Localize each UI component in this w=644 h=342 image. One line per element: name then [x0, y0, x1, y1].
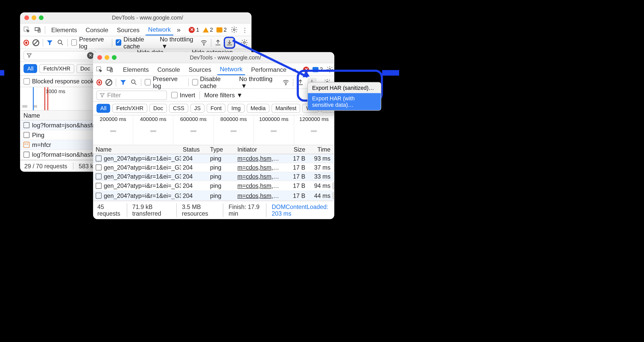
export-har-sensitive[interactable]: Export HAR (with sensitive data)… [308, 93, 381, 110]
chip-fetch-xhr[interactable]: Fetch/XHR [112, 104, 147, 113]
chip-all[interactable]: All [23, 64, 37, 73]
traffic-lights [97, 55, 117, 60]
table-row[interactable]: gen_204?atyp=i&r=1&ei=_G31Zo...204pingm=… [93, 181, 334, 191]
wifi-icon[interactable] [282, 78, 289, 86]
titlebar: DevTools - www.google.com/ [20, 12, 252, 23]
traffic-lights [24, 15, 44, 20]
message-icon [216, 27, 222, 32]
col-name[interactable]: Name [96, 146, 181, 153]
filter-icon[interactable] [120, 78, 127, 86]
error-badge[interactable]: ✕1 [189, 27, 199, 33]
tab-network[interactable]: Network [146, 24, 173, 35]
chip-doc[interactable]: Doc [149, 104, 167, 113]
message-badge[interactable]: 2 [216, 27, 227, 33]
chip-fetch-xhr[interactable]: Fetch/XHR [39, 64, 74, 73]
request-count: 45 requests [97, 203, 121, 217]
throttling-select[interactable]: No throttling ▼ [239, 75, 279, 89]
minimize-icon[interactable] [105, 55, 109, 60]
minimize-icon[interactable] [32, 15, 36, 20]
col-size[interactable]: Size [282, 146, 305, 153]
titlebar: DevTools - www.google.com/ [93, 52, 334, 63]
window-title: DevTools - www.google.com/ [48, 14, 247, 21]
timeline-overview[interactable]: 200000 ms 400000 ms 600000 ms 800000 ms … [93, 115, 334, 145]
domcontentloaded-time: DOMContentLoaded: 203 ms [266, 203, 330, 217]
blocked-cookies-checkbox[interactable]: Blocked response cookies [23, 78, 101, 85]
chip-css[interactable]: CSS [169, 104, 188, 113]
col-status[interactable]: Status [183, 146, 208, 153]
record-icon[interactable] [96, 79, 102, 85]
warning-icon [203, 27, 209, 32]
filter-input[interactable]: ✕ [23, 51, 96, 60]
close-icon[interactable] [24, 15, 29, 20]
col-time[interactable]: Time [307, 146, 330, 153]
disable-cache-checkbox[interactable]: Disable cache [192, 75, 236, 89]
preserve-log-checkbox[interactable]: Preserve log [71, 36, 109, 49]
tab-console[interactable]: Console [83, 24, 111, 35]
chip-img[interactable]: Img [228, 104, 245, 113]
preserve-log-checkbox[interactable]: Preserve log [145, 75, 185, 89]
inspect-icon[interactable] [96, 66, 103, 73]
status-bar: 45 requests 71.9 kB transferred 3.5 MB r… [93, 201, 334, 219]
zoom-icon[interactable] [39, 15, 43, 20]
svg-point-12 [285, 84, 286, 85]
tab-sources[interactable]: Sources [114, 24, 142, 35]
col-initiator[interactable]: Initiator [237, 146, 280, 153]
svg-point-11 [131, 80, 135, 83]
chip-font[interactable]: Font [207, 104, 226, 113]
kebab-icon[interactable]: ⋮ [241, 26, 249, 33]
request-count: 29 / 70 requests [24, 163, 67, 170]
search-icon[interactable] [130, 78, 138, 86]
upload-icon[interactable] [214, 39, 222, 46]
close-icon[interactable] [97, 55, 102, 60]
invert-checkbox[interactable]: Invert [171, 92, 195, 99]
svg-point-6 [244, 42, 245, 43]
warning-badge[interactable]: 2 [203, 27, 213, 33]
resource-size: 3.5 MB resources [176, 203, 217, 217]
search-icon[interactable] [57, 39, 64, 46]
tab-sources[interactable]: Sources [186, 64, 214, 75]
inspect-icon[interactable] [23, 26, 30, 33]
table-header: Name Status Type Initiator Size Time [93, 145, 334, 154]
chip-media[interactable]: Media [247, 104, 270, 113]
decoration-bar-left [0, 70, 4, 76]
chip-doc[interactable]: Doc [76, 64, 94, 73]
export-har-sanitized[interactable]: Export HAR (sanitized)… [308, 82, 381, 93]
clear-icon[interactable] [32, 39, 39, 46]
chip-all[interactable]: All [96, 104, 110, 113]
device-icon[interactable] [106, 66, 113, 73]
col-type[interactable]: Type [210, 146, 236, 153]
tab-console[interactable]: Console [155, 64, 183, 75]
table-row[interactable]: gen_204?atyp=i&r=1&ei=_G31Zo...204pingm=… [93, 163, 334, 172]
window-title: DevTools - www.google.com/ [121, 54, 330, 61]
table-row[interactable]: gen_204?atyp=i&r=1&ei=_G31Zo...204pingm=… [93, 172, 334, 181]
svg-point-4 [58, 40, 62, 44]
panel-tabs: Elements Console Sources Network » ✕1 2 … [20, 23, 252, 36]
tab-elements[interactable]: Elements [49, 24, 79, 35]
more-filters-dropdown[interactable]: More filters ▼ [204, 92, 243, 99]
chip-manifest[interactable]: Manifest [272, 104, 300, 113]
disable-cache-checkbox[interactable]: Disable cache [116, 36, 156, 49]
resource-type-chips: All Fetch/XHR Doc CSS JS Font Img Media … [93, 102, 334, 115]
request-table: Name Status Type Initiator Size Time gen… [93, 145, 334, 201]
device-icon[interactable] [34, 26, 41, 33]
clear-icon[interactable] [105, 79, 112, 86]
tab-network[interactable]: Network [217, 64, 245, 75]
filter-input[interactable]: Filter [96, 90, 167, 100]
wifi-icon[interactable] [200, 39, 207, 46]
more-tabs-icon[interactable]: » [177, 26, 181, 33]
download-har-button[interactable] [225, 38, 234, 47]
tab-elements[interactable]: Elements [120, 64, 151, 75]
zoom-icon[interactable] [112, 55, 117, 60]
export-har-menu: Export HAR (sanitized)… Export HAR (with… [307, 82, 381, 111]
table-row[interactable]: gen_204?atyp=i&r=1&ei=_G31Zo...204pingm=… [93, 191, 334, 201]
gear-icon[interactable] [230, 26, 238, 33]
chip-js[interactable]: JS [190, 104, 204, 113]
table-row[interactable]: gen_204?atyp=i&r=1&ei=_G31Zo...204pingm=… [93, 154, 334, 163]
record-icon[interactable] [23, 40, 29, 46]
svg-point-5 [203, 45, 204, 45]
filter-icon[interactable] [46, 39, 53, 46]
transfer-size: 71.9 kB transferred [127, 203, 171, 217]
throttling-select[interactable]: No throttling ▼ [160, 36, 196, 49]
decoration-bar-right [382, 70, 399, 76]
network-toolbar: Preserve log Disable cache No throttling… [20, 36, 252, 49]
